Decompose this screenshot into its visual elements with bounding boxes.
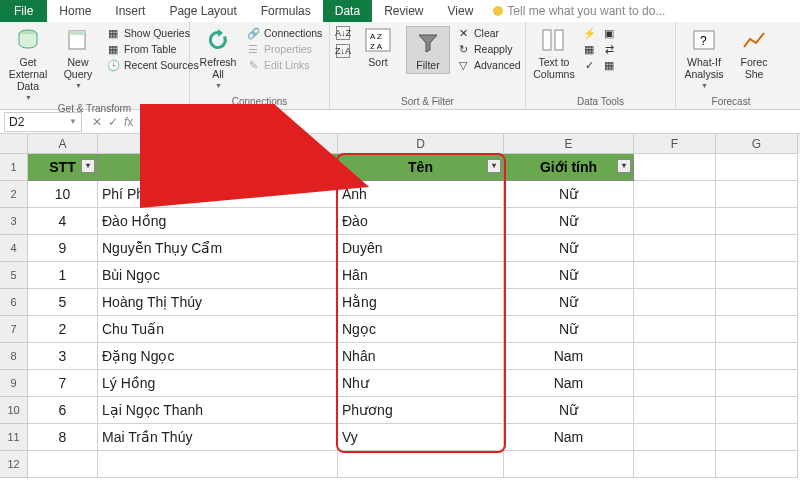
row-header[interactable]: 12 bbox=[0, 451, 28, 478]
cell-ten[interactable]: Ngọc bbox=[338, 316, 504, 343]
tab-file[interactable]: File bbox=[0, 0, 47, 22]
cell-ho-dem[interactable]: Bùi Ngọc bbox=[98, 262, 338, 289]
select-all-corner[interactable] bbox=[0, 134, 28, 154]
tab-view[interactable]: View bbox=[436, 0, 486, 22]
empty-cell[interactable] bbox=[634, 289, 716, 316]
name-box[interactable]: D2 ▼ bbox=[4, 112, 82, 132]
cell-gioi-tinh[interactable]: Nữ bbox=[504, 181, 634, 208]
empty-cell[interactable] bbox=[634, 424, 716, 451]
enter-formula-icon[interactable]: ✓ bbox=[108, 115, 118, 129]
empty-cell[interactable] bbox=[716, 424, 798, 451]
filter-button[interactable]: Filter bbox=[406, 26, 450, 74]
cell-stt[interactable]: 9 bbox=[28, 235, 98, 262]
clear-filter-button[interactable]: ✕Clear bbox=[456, 26, 521, 40]
row-header[interactable]: 9 bbox=[0, 370, 28, 397]
empty-cell[interactable] bbox=[634, 343, 716, 370]
row-header[interactable]: 5 bbox=[0, 262, 28, 289]
cell-stt[interactable]: 2 bbox=[28, 316, 98, 343]
remove-duplicates-button[interactable]: ▦ bbox=[582, 42, 596, 56]
relationships-button[interactable]: ⇄ bbox=[602, 42, 616, 56]
formula-input[interactable] bbox=[139, 113, 800, 131]
column-header-a[interactable]: A bbox=[28, 134, 98, 154]
empty-cell[interactable] bbox=[634, 181, 716, 208]
empty-cell[interactable] bbox=[716, 208, 798, 235]
empty-cell[interactable] bbox=[716, 181, 798, 208]
filter-dropdown-icon[interactable]: ▾ bbox=[617, 159, 631, 173]
consolidate-button[interactable]: ▣ bbox=[602, 26, 616, 40]
empty-cell[interactable] bbox=[28, 451, 98, 478]
tell-me-search[interactable]: Tell me what you want to do... bbox=[485, 0, 673, 22]
from-table-button[interactable]: ▦From Table bbox=[106, 42, 199, 56]
cell-ho-dem[interactable]: Đặng Ngọc bbox=[98, 343, 338, 370]
cell-ho-dem[interactable]: Lý Hồng bbox=[98, 370, 338, 397]
column-header-c[interactable]: C bbox=[98, 134, 338, 154]
row-header[interactable]: 3 bbox=[0, 208, 28, 235]
empty-cell[interactable] bbox=[716, 451, 798, 478]
flash-fill-button[interactable]: ⚡ bbox=[582, 26, 596, 40]
cell-gioi-tinh[interactable]: Nữ bbox=[504, 208, 634, 235]
empty-cell[interactable] bbox=[98, 451, 338, 478]
empty-cell[interactable] bbox=[634, 154, 716, 181]
column-header-f[interactable]: F bbox=[634, 134, 716, 154]
column-header-g[interactable]: G bbox=[716, 134, 798, 154]
empty-cell[interactable] bbox=[716, 235, 798, 262]
cell-gioi-tinh[interactable]: Nam bbox=[504, 424, 634, 451]
cell-gioi-tinh[interactable]: Nam bbox=[504, 343, 634, 370]
cell-stt[interactable]: 3 bbox=[28, 343, 98, 370]
cell-gioi-tinh[interactable]: Nữ bbox=[504, 289, 634, 316]
empty-cell[interactable] bbox=[716, 289, 798, 316]
reapply-button[interactable]: ↻Reapply bbox=[456, 42, 521, 56]
cell-ten[interactable]: Hân bbox=[338, 262, 504, 289]
empty-cell[interactable] bbox=[716, 316, 798, 343]
column-header-d[interactable]: D bbox=[338, 134, 504, 154]
table-header-e[interactable]: Giới tính▾ bbox=[504, 154, 634, 181]
refresh-all-button[interactable]: Refresh All ▼ bbox=[196, 26, 240, 89]
empty-cell[interactable] bbox=[634, 208, 716, 235]
table-header-c[interactable]: Họ đệm▾ bbox=[98, 154, 338, 181]
empty-cell[interactable] bbox=[716, 262, 798, 289]
cell-ten[interactable]: Vy bbox=[338, 424, 504, 451]
cell-ho-dem[interactable]: Hoàng Thị Thúy bbox=[98, 289, 338, 316]
get-external-data-button[interactable]: Get External Data ▼ bbox=[6, 26, 50, 101]
cell-stt[interactable]: 5 bbox=[28, 289, 98, 316]
sort-descending-button[interactable]: Z↓A bbox=[336, 44, 350, 58]
empty-cell[interactable] bbox=[634, 235, 716, 262]
tab-insert[interactable]: Insert bbox=[103, 0, 157, 22]
sort-button[interactable]: A ZZ A Sort bbox=[356, 26, 400, 68]
row-header[interactable]: 8 bbox=[0, 343, 28, 370]
cell-ho-dem[interactable]: Đào Hồng bbox=[98, 208, 338, 235]
tab-data[interactable]: Data bbox=[323, 0, 372, 22]
cell-gioi-tinh[interactable]: Nữ bbox=[504, 262, 634, 289]
text-to-columns-button[interactable]: Text to Columns bbox=[532, 26, 576, 80]
fx-icon[interactable]: fx bbox=[124, 115, 133, 129]
cell-ten[interactable]: Như bbox=[338, 370, 504, 397]
cell-ho-dem[interactable]: Nguyễn Thụy Cẩm bbox=[98, 235, 338, 262]
row-header[interactable]: 4 bbox=[0, 235, 28, 262]
cell-ten[interactable]: Nhân bbox=[338, 343, 504, 370]
cell-stt[interactable]: 8 bbox=[28, 424, 98, 451]
row-header[interactable]: 11 bbox=[0, 424, 28, 451]
show-queries-button[interactable]: ▦Show Queries bbox=[106, 26, 199, 40]
empty-cell[interactable] bbox=[634, 451, 716, 478]
tab-review[interactable]: Review bbox=[372, 0, 435, 22]
filter-dropdown-icon[interactable]: ▾ bbox=[81, 159, 95, 173]
empty-cell[interactable] bbox=[634, 370, 716, 397]
cancel-formula-icon[interactable]: ✕ bbox=[92, 115, 102, 129]
cell-ten[interactable]: Hằng bbox=[338, 289, 504, 316]
cell-stt[interactable]: 10 bbox=[28, 181, 98, 208]
sort-ascending-button[interactable]: A↓Z bbox=[336, 26, 350, 40]
cell-ten[interactable]: Phương bbox=[338, 397, 504, 424]
filter-dropdown-icon[interactable]: ▾ bbox=[321, 159, 335, 173]
cell-stt[interactable]: 1 bbox=[28, 262, 98, 289]
empty-cell[interactable] bbox=[634, 262, 716, 289]
advanced-filter-button[interactable]: ▽Advanced bbox=[456, 58, 521, 72]
empty-cell[interactable] bbox=[716, 343, 798, 370]
cell-stt[interactable]: 4 bbox=[28, 208, 98, 235]
table-header-d[interactable]: Tên▾ bbox=[338, 154, 504, 181]
row-header[interactable]: 1 bbox=[0, 154, 28, 181]
data-validation-button[interactable]: ✓ bbox=[582, 58, 596, 72]
table-header-a[interactable]: STT▾ bbox=[28, 154, 98, 181]
empty-cell[interactable] bbox=[338, 451, 504, 478]
filter-dropdown-icon[interactable]: ▾ bbox=[487, 159, 501, 173]
edit-links-button[interactable]: ✎Edit Links bbox=[246, 58, 322, 72]
